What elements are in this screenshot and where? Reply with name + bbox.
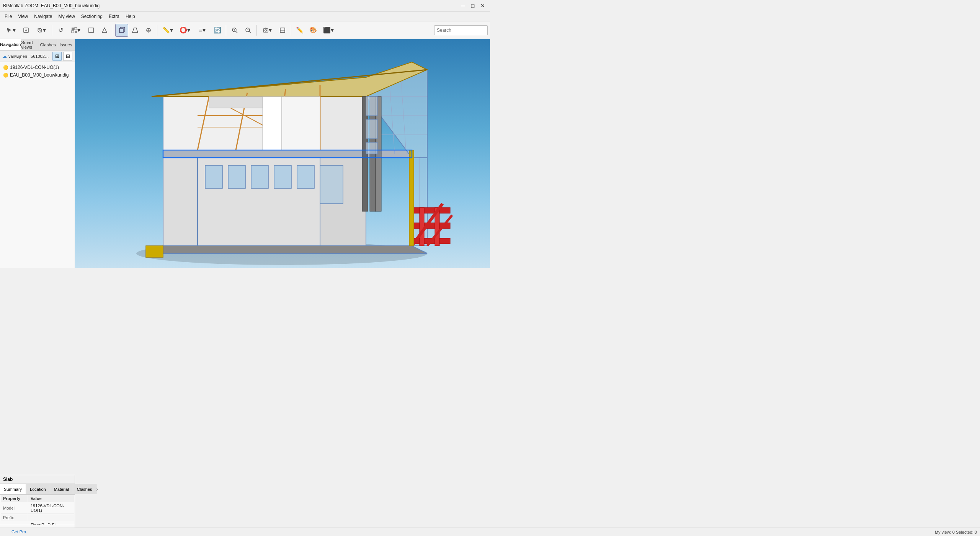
main-layout: Navigation Smart views Clashes Issues ☁ … [0, 39, 490, 268]
svg-rect-8 [119, 29, 123, 33]
svg-marker-19 [148, 246, 427, 253]
left-panel: Navigation Smart views Clashes Issues ☁ … [0, 39, 75, 268]
menubar: FileViewNavigateMy viewSectioningExtraHe… [0, 11, 490, 21]
zoom-tools [228, 24, 255, 37]
perspective-button[interactable] [129, 24, 142, 37]
select-tool-button[interactable]: ▾ [2, 24, 19, 37]
tab-smart-views[interactable]: Smart views [21, 39, 39, 50]
tab-issues[interactable]: Issues [57, 39, 75, 50]
svg-rect-14 [263, 29, 268, 32]
toolbar: ▾ ▾ ↺ ▾ 📏▾ ⭕ [0, 21, 490, 39]
tree-icon-2: 🟡 [3, 73, 8, 78]
svg-rect-48 [205, 165, 222, 188]
tree-item-1[interactable]: 🟡 19126-VDL-CON-UO(1) [0, 64, 75, 71]
orthographic-button[interactable] [115, 24, 128, 37]
svg-rect-70 [163, 150, 412, 158]
svg-rect-61 [146, 246, 163, 257]
measure-button[interactable]: 📏▾ [159, 24, 176, 37]
section-box-button[interactable] [85, 24, 98, 37]
measure-tools: 📏▾ ⭕▾ ≡▾ 🔄 [159, 24, 224, 37]
clip-plane-button[interactable] [276, 24, 289, 37]
svg-rect-51 [274, 165, 291, 188]
tree-icon-1: 🟡 [3, 65, 8, 70]
svg-rect-57 [420, 208, 424, 246]
viewport[interactable] [75, 39, 490, 268]
menu-item-sectioning[interactable]: Sectioning [78, 13, 106, 20]
menu-item-view[interactable]: View [15, 13, 31, 20]
menu-item-extra[interactable]: Extra [106, 13, 122, 20]
tree-label-1: 19126-VDL-CON-UO(1) [10, 65, 59, 70]
tree-view-button[interactable]: ⊞ [52, 52, 62, 61]
building-scene [75, 39, 490, 268]
svg-line-13 [249, 31, 251, 33]
fill-button[interactable]: 🎨 [307, 24, 320, 37]
cloud-icon: ☁ [2, 54, 7, 59]
svg-point-15 [265, 29, 267, 31]
menu-item-navigate[interactable]: Navigate [31, 13, 55, 20]
svg-rect-54 [412, 208, 450, 213]
screenshot-button[interactable]: ▾ [259, 24, 276, 37]
svg-marker-7 [102, 28, 107, 33]
close-button[interactable]: ✕ [479, 2, 487, 10]
menu-item-my view[interactable]: My view [56, 13, 78, 20]
annotation-tools: ✏️ 🎨 ⬛▾ [293, 24, 337, 37]
markup-button[interactable]: ⭕▾ [176, 24, 193, 37]
tree-item-2[interactable]: 🟡 EAU_B00_M00_bouwkundig [0, 71, 75, 79]
3d-nav-button[interactable]: 🔄 [211, 24, 224, 37]
svg-rect-4 [72, 31, 74, 33]
hide-tool-button[interactable]: ▾ [33, 24, 50, 37]
viewport-canvas [75, 39, 490, 268]
svg-rect-46 [282, 96, 320, 150]
search-input[interactable] [434, 25, 488, 35]
svg-rect-6 [89, 28, 93, 33]
svg-rect-49 [228, 165, 245, 188]
window-controls: ─ □ ✕ [459, 2, 487, 10]
titlebar: BIMcollab ZOOM: EAU_B00_M00_bouwkundig ─… [0, 0, 490, 11]
project-bar: ☁ vanwijnen · 56100220 · Nieuwbouw RRP t… [0, 51, 75, 62]
tree-area: 🟡 19126-VDL-CON-UO(1) 🟡 EAU_B00_M00_bouw… [0, 62, 75, 207]
tab-clashes[interactable]: Clashes [39, 39, 57, 50]
visibility-button[interactable]: ▾ [67, 24, 84, 37]
redline-button[interactable]: ✏️ [293, 24, 306, 37]
pointer-tools: ▾ ▾ [2, 24, 50, 37]
minimize-button[interactable]: ─ [459, 2, 467, 10]
window-title: BIMcollab ZOOM: EAU_B00_M00_bouwkundig [3, 3, 100, 8]
view-tools [115, 24, 155, 37]
svg-rect-62 [409, 150, 414, 246]
svg-rect-66 [366, 96, 377, 116]
menu-item-file[interactable]: File [2, 13, 15, 20]
undo-button[interactable]: ↺ [54, 24, 67, 37]
svg-rect-45 [263, 96, 282, 150]
screenshot-tools: ▾ [259, 24, 289, 37]
svg-rect-52 [297, 165, 314, 188]
zoom-selection-button[interactable] [242, 24, 255, 37]
svg-marker-25 [320, 96, 366, 150]
svg-rect-50 [251, 165, 268, 188]
grid-view-button[interactable]: ⊟ [63, 52, 72, 61]
svg-rect-53 [320, 165, 343, 204]
tab-navigation[interactable]: Navigation [0, 39, 21, 50]
svg-line-11 [236, 31, 237, 33]
svg-rect-5 [75, 31, 77, 33]
nav-tabs: Navigation Smart views Clashes Issues [0, 39, 75, 51]
clip-button[interactable] [98, 24, 111, 37]
svg-marker-20 [163, 158, 198, 246]
svg-rect-3 [75, 28, 77, 30]
menu-item-help[interactable]: Help [122, 13, 138, 20]
svg-rect-47 [209, 96, 263, 108]
line-weight-button[interactable]: ≡▾ [194, 24, 211, 37]
save-viewpoint-button[interactable] [20, 24, 33, 37]
project-name: vanwijnen · 56100220 · Nieuwbouw RRP ter… [8, 54, 51, 59]
history-tools: ↺ ▾ [54, 24, 111, 37]
tree-label-2: EAU_B00_M00_bouwkundig [10, 72, 69, 78]
fly-button[interactable] [142, 24, 155, 37]
more-button[interactable]: ⬛▾ [320, 24, 337, 37]
svg-rect-67 [366, 119, 377, 139]
svg-rect-2 [72, 28, 74, 30]
zoom-all-button[interactable] [228, 24, 241, 37]
maximize-button[interactable]: □ [469, 2, 477, 10]
